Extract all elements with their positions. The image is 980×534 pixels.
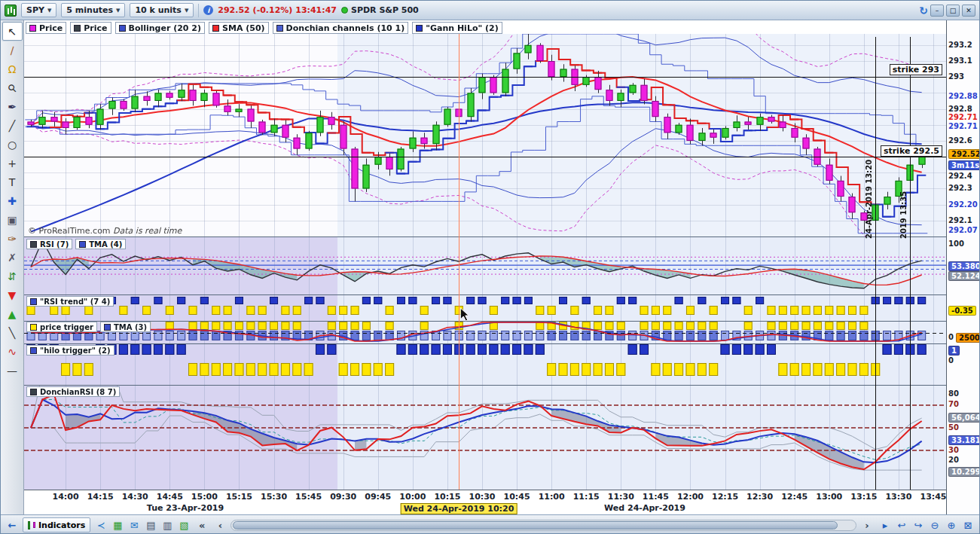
quote-time: 13:41:47 bbox=[295, 5, 337, 15]
chat-icon[interactable]: ✉ bbox=[127, 517, 142, 532]
order-book-icon[interactable]: ▥ bbox=[160, 517, 175, 532]
legend-chip[interactable]: Donchian channels (10 1) bbox=[273, 22, 409, 34]
legend-chip[interactable]: Bollinger (20 2) bbox=[115, 22, 206, 34]
strike-293-label[interactable]: strike 293 bbox=[890, 64, 942, 75]
step-forward-icon[interactable]: ▸ bbox=[878, 517, 893, 532]
time-tick: 11:45 bbox=[643, 492, 669, 502]
share-icon[interactable]: ≺ bbox=[93, 517, 108, 532]
minimize-button[interactable]: – bbox=[930, 5, 944, 17]
scrollbar-thumb[interactable] bbox=[233, 521, 838, 529]
tool-trendline[interactable]: ╱ bbox=[2, 116, 23, 135]
tool-compare[interactable]: ⇵ bbox=[2, 267, 23, 285]
tool-duplicate[interactable]: ▣ bbox=[2, 210, 23, 229]
price-axis[interactable]: 293.2293.1293292.88292.8292.71292.71292.… bbox=[946, 20, 980, 514]
legend-swatch-icon bbox=[212, 25, 219, 32]
legend-label: "hilo trigger" (2) bbox=[40, 346, 111, 355]
tool-eyedropper[interactable]: ✒ bbox=[2, 97, 23, 116]
duplicate-icon: ▣ bbox=[7, 214, 17, 226]
zoom-in-icon[interactable]: ⊕ bbox=[944, 517, 959, 532]
zoom-out-icon[interactable]: ⊖ bbox=[927, 517, 942, 532]
legend-swatch-icon bbox=[74, 25, 81, 32]
legend-chip[interactable]: TMA (3) bbox=[100, 322, 151, 332]
instrument-label: SPDR S&P 500 bbox=[351, 5, 419, 15]
time-tick: 10:30 bbox=[469, 492, 495, 502]
tool-zoom[interactable]: ⚲ bbox=[2, 78, 23, 97]
zoom-fit-icon[interactable]: ⊠ bbox=[960, 517, 975, 532]
tool-separator[interactable]: — bbox=[2, 361, 23, 380]
time-tick: 09:45 bbox=[365, 492, 391, 502]
market-open-icon bbox=[341, 7, 348, 14]
legend-label: SMA (50) bbox=[222, 23, 265, 33]
legend-chip[interactable]: RSI (7) bbox=[26, 239, 72, 249]
chart-canvas[interactable] bbox=[1, 1, 980, 534]
time-tick: 12:15 bbox=[712, 492, 738, 502]
time-axis[interactable]: 14:0014:1514:3014:4515:0015:1515:3015:45… bbox=[24, 490, 946, 514]
strike-292.5-label[interactable]: strike 292.5 bbox=[881, 145, 942, 157]
legend-chip[interactable]: TMA (4) bbox=[75, 239, 126, 249]
legend-chip[interactable]: price trigger bbox=[26, 322, 97, 332]
undo-icon[interactable]: ↩ bbox=[894, 517, 909, 532]
redo-icon[interactable]: ↪ bbox=[911, 517, 926, 532]
axis-label: 292.4 bbox=[948, 172, 972, 180]
new-chart-icon[interactable]: ▦ bbox=[110, 517, 125, 532]
axis-label: 70 bbox=[948, 400, 959, 408]
back-icon[interactable]: ← bbox=[5, 517, 20, 532]
zigzag-icon: ∿ bbox=[8, 346, 17, 358]
tool-sell-arrow[interactable]: ▼ bbox=[2, 285, 23, 304]
units-label: 10 k units bbox=[135, 5, 182, 15]
legend-chip[interactable]: SMA (50) bbox=[209, 22, 269, 34]
legend-chip[interactable]: DonchianRSI (8 7) bbox=[26, 386, 120, 397]
scroll-right-button[interactable]: › bbox=[859, 517, 875, 532]
chart-scrollbar[interactable] bbox=[230, 520, 856, 531]
tool-crosshair[interactable]: + bbox=[2, 154, 23, 172]
scroll-far-left-button[interactable]: « bbox=[194, 517, 209, 532]
close-button[interactable]: ✕ bbox=[962, 5, 975, 17]
units-selector[interactable]: 10 k units▼ bbox=[130, 3, 194, 17]
price_trigger-legend: price triggerTMA (3) bbox=[26, 322, 151, 332]
tool-ruler[interactable]: ∕ bbox=[2, 41, 23, 60]
scroll-left-button[interactable]: ‹ bbox=[212, 517, 227, 532]
indicators-button[interactable]: Indicators bbox=[23, 517, 90, 532]
pencil-icon: ╲ bbox=[9, 327, 15, 339]
axis-label: 292.3 bbox=[948, 184, 972, 192]
news-icon[interactable]: ▧ bbox=[176, 517, 191, 532]
tool-alarm[interactable]: Ω bbox=[2, 60, 23, 78]
chart-legend: PricePriceBollinger (20 2)SMA (50)Donchi… bbox=[26, 22, 502, 34]
legend-chip[interactable]: "RSI trend" (7 4) bbox=[26, 296, 114, 307]
tool-pointer[interactable]: ↖ bbox=[2, 22, 23, 41]
rsi-legend: RSI (7)TMA (4) bbox=[26, 239, 126, 249]
hilo-zero-label: 0 bbox=[948, 356, 954, 365]
tool-zigzag[interactable]: ∿ bbox=[2, 342, 23, 361]
vline-label-1320: 24-Apr-2019 13:20 bbox=[865, 166, 873, 239]
time-tick: 14:00 bbox=[53, 492, 79, 502]
hilo_trigger-legend: "hilo trigger" (2) bbox=[26, 345, 114, 355]
time-tick: 10:45 bbox=[504, 492, 530, 502]
symbol-selector[interactable]: SPY▼ bbox=[21, 3, 56, 17]
tool-pencil[interactable]: ╲ bbox=[2, 323, 23, 342]
tool-ellipse[interactable]: ○ bbox=[2, 135, 23, 154]
legend-swatch-icon bbox=[30, 389, 37, 395]
axis-label: 100 bbox=[948, 240, 964, 248]
axis-label: 293.2 bbox=[948, 41, 972, 49]
tool-buy-arrow[interactable]: ▲ bbox=[2, 304, 23, 323]
legend-chip[interactable]: Price bbox=[70, 22, 111, 34]
tool-delete[interactable]: ✗ bbox=[2, 248, 23, 267]
tool-brush[interactable]: ✑ bbox=[2, 229, 23, 248]
info-icon[interactable]: i bbox=[203, 5, 213, 15]
pointer-icon: ↖ bbox=[8, 26, 17, 38]
legend-chip[interactable]: Price bbox=[26, 22, 66, 34]
legend-chip[interactable]: "hilo trigger" (2) bbox=[26, 345, 114, 355]
legend-swatch-icon bbox=[30, 324, 37, 331]
time-tick: 14:45 bbox=[157, 492, 183, 502]
price-trigger-value-badge: 2500 bbox=[956, 333, 980, 343]
tool-move[interactable]: ✚ bbox=[2, 191, 23, 210]
alarm-icon: Ω bbox=[8, 63, 17, 75]
tool-text[interactable]: T bbox=[2, 172, 23, 191]
candle-icon bbox=[28, 521, 30, 529]
time-tick: 11:15 bbox=[573, 492, 600, 502]
timeframe-selector[interactable]: 5 minutes▼ bbox=[61, 3, 125, 17]
maximize-button[interactable]: □ bbox=[946, 5, 960, 17]
watchlist-icon[interactable]: ▤ bbox=[143, 517, 158, 532]
legend-chip[interactable]: "Gann HiLo" (2) bbox=[412, 22, 502, 34]
refresh-icon[interactable]: ↻ bbox=[919, 5, 928, 17]
